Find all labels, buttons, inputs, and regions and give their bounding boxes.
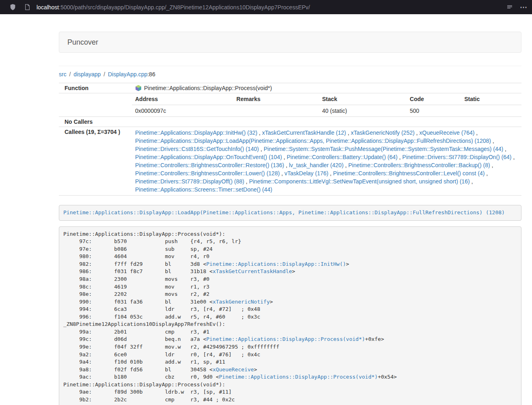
stack-value: 40 (static) — [319, 105, 407, 117]
callee-link[interactable]: Pinetime::Controllers::BrightnessControl… — [333, 170, 485, 177]
callee-link[interactable]: Pinetime::Applications::DisplayApp::Init… — [135, 129, 257, 136]
shield-icon[interactable] — [7, 2, 18, 13]
callee-link[interactable]: Pinetime::Controllers::Battery::Update()… — [287, 154, 398, 160]
function-label: Function — [59, 83, 132, 93]
callee-link[interactable]: Pinetime::Applications::Screens::Timer::… — [135, 186, 272, 193]
function-name: Pinetime::Applications::DisplayApp::Proc… — [144, 85, 272, 91]
breadcrumb-separator: / — [69, 71, 71, 78]
breadcrumb-src[interactable]: src — [59, 71, 67, 78]
callee-link[interactable]: xQueueReceive (764) — [419, 129, 474, 136]
col-remarks: Remarks — [233, 93, 319, 105]
col-address: Address — [132, 93, 233, 105]
url-bar[interactable]: localhost:5000/path/src/displayapp/Displ… — [37, 4, 504, 11]
callee-link[interactable]: Pinetime::Drivers::St7789::DisplayOn() (… — [402, 154, 511, 160]
browser-toolbar: localhost:5000/path/src/displayapp/Displ… — [0, 0, 532, 14]
url-path: :5000/path/src/displayapp/DisplayApp.cpp… — [59, 4, 310, 11]
symbol-link[interactable]: Pinetime::Applications::DisplayApp::Proc… — [206, 336, 365, 342]
callee-link[interactable]: xTaskGenericNotify (252) — [351, 129, 414, 136]
no-callers-row: No Callers — [59, 117, 521, 127]
breadcrumb-separator: / — [103, 71, 105, 78]
url-host: localhost — [37, 4, 59, 11]
callee-link[interactable]: vTaskDelay (176) — [284, 170, 328, 177]
disassembly-block: Pinetime::Applications::DisplayApp::Proc… — [59, 226, 521, 405]
address-value: 0x0000097c — [132, 105, 233, 117]
breadcrumb-displayapp[interactable]: displayapp — [73, 71, 101, 78]
callee-link[interactable]: Pinetime::System::SystemTask::PushMessag… — [264, 146, 504, 152]
function-table: Function Pinetime::Applications::Display… — [59, 83, 521, 196]
top-callee-link[interactable]: Pinetime::Applications::DisplayApp::Load… — [63, 209, 505, 215]
page-info-icon[interactable] — [22, 2, 32, 13]
static-value — [461, 105, 521, 117]
callees-label: Callees (19, Σ=3704 ) — [59, 127, 132, 196]
callee-link[interactable]: Pinetime::Drivers::Cst816S::GetTouchInfo… — [135, 146, 259, 152]
function-icon — [135, 85, 142, 91]
callee-link[interactable]: Pinetime::Controllers::BrightnessControl… — [135, 162, 284, 168]
no-callers-label: No Callers — [59, 117, 132, 127]
callee-link[interactable]: Pinetime::Applications::DisplayApp::OnTo… — [135, 154, 282, 160]
callee-link[interactable]: Pinetime::Controllers::BrightnessControl… — [135, 170, 280, 177]
remarks-value — [233, 105, 319, 117]
page-content: Puncover src / displayapp / DisplayApp.c… — [59, 32, 521, 405]
col-code: Code — [407, 93, 461, 105]
stats-row: Address Remarks Stack Code Static 0x0000… — [59, 93, 521, 117]
no-callers-value — [132, 117, 521, 127]
callee-link[interactable]: Pinetime::Applications::DisplayApp::Load… — [135, 138, 491, 144]
breadcrumb-file[interactable]: DisplayApp.cpp — [108, 71, 147, 78]
symbol-link[interactable]: xTaskGenericNotify — [213, 299, 270, 305]
line-number: :86 — [147, 71, 155, 78]
function-row: Function Pinetime::Applications::Display… — [59, 83, 521, 93]
breadcrumb: src / displayapp / DisplayApp.cpp:86 — [59, 71, 521, 78]
symbol-link[interactable]: xTaskGetCurrentTaskHandle — [213, 268, 292, 274]
reader-view-icon[interactable] — [504, 2, 515, 13]
col-stack: Stack — [319, 93, 407, 105]
more-menu-icon[interactable]: ⋯ — [518, 2, 529, 13]
app-header: Puncover — [59, 32, 521, 53]
symbol-link[interactable]: Pinetime::Applications::DisplayApp::Init… — [206, 261, 346, 267]
app-brand[interactable]: Puncover — [59, 38, 106, 47]
top-callee-highlight: Pinetime::Applications::DisplayApp::Load… — [59, 205, 521, 221]
col-static: Static — [461, 93, 521, 105]
callee-link[interactable]: Pinetime::Controllers::BrightnessControl… — [348, 162, 490, 168]
callees-row: Callees (19, Σ=3704 ) Pinetime::Applicat… — [59, 127, 521, 196]
symbol-link[interactable]: xQueueReceive — [213, 366, 254, 373]
code-value: 500 — [407, 105, 461, 117]
callee-link[interactable]: lv_task_handler (420) — [289, 162, 344, 168]
symbol-link[interactable]: Pinetime::Applications::DisplayApp::Proc… — [219, 374, 378, 380]
callee-link[interactable]: xTaskGetCurrentTaskHandle (12) — [262, 129, 346, 136]
divider — [59, 66, 521, 66]
stats-header-row: Address Remarks Stack Code Static — [132, 93, 521, 105]
callee-link[interactable]: Pinetime::Components::LittleVgl::SetNewT… — [249, 178, 470, 185]
callees-list: Pinetime::Applications::DisplayApp::Init… — [132, 127, 521, 196]
stats-table: Address Remarks Stack Code Static 0x0000… — [132, 93, 521, 116]
callee-link[interactable]: Pinetime::Drivers::St7789::DisplayOff() … — [135, 178, 244, 185]
stats-value-row: 0x0000097c 40 (static) 500 — [132, 105, 521, 117]
